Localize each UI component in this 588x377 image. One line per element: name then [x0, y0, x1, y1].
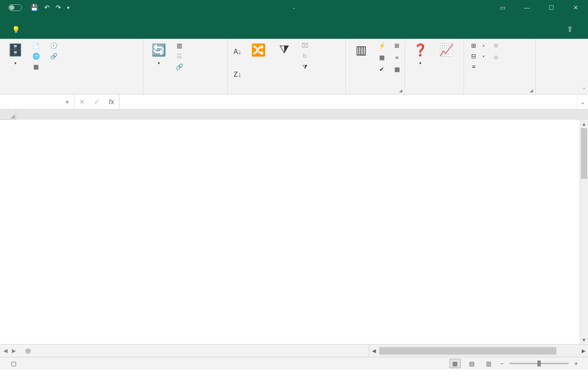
subtotal-button[interactable]: ≡: [467, 62, 487, 72]
name-box[interactable]: ▼: [0, 94, 74, 109]
forecast-sheet-button[interactable]: 📈: [434, 40, 458, 86]
subtotal-icon: ≡: [470, 63, 477, 70]
existing-connections-button[interactable]: 🔗: [47, 51, 62, 61]
relationships-button[interactable]: ∝: [391, 52, 403, 62]
scroll-up-icon[interactable]: ▲: [580, 120, 588, 128]
filter-button[interactable]: ⧩: [272, 40, 296, 86]
window-title: -: [291, 5, 297, 11]
qat-customize-icon[interactable]: ▾: [67, 5, 70, 11]
ribbon: 🗄️ ▾ 📄 🌐 ▦ 🕘 🔗 🔄 ▾ ▥ ☰ 🔗: [0, 39, 588, 94]
queries-connections-button[interactable]: ▥: [173, 40, 188, 51]
dialog-launcher-icon[interactable]: ◢: [398, 87, 404, 93]
query-icon: ▥: [175, 42, 183, 49]
tell-me[interactable]: 💡: [4, 22, 31, 39]
database-icon: 🗄️: [8, 42, 23, 57]
flash-icon: ⚡: [378, 42, 386, 49]
lightbulb-icon: 💡: [12, 26, 20, 34]
scroll-down-icon[interactable]: ▼: [580, 336, 588, 344]
chevron-down-icon[interactable]: ▼: [65, 100, 70, 105]
new-sheet-button[interactable]: ⊕: [19, 345, 36, 357]
sort-icon: 🔀: [251, 42, 266, 57]
zoom-slider[interactable]: [510, 363, 569, 364]
table-icon: ▦: [32, 63, 40, 70]
formula-input[interactable]: [119, 94, 577, 109]
data-validation-button[interactable]: ✔: [375, 64, 388, 74]
funnel-icon: ⧩: [277, 42, 292, 57]
clear-filter-button[interactable]: ⌧: [299, 40, 314, 51]
what-if-button[interactable]: ❓ ▾: [408, 40, 432, 86]
enter-formula-icon[interactable]: ✓: [92, 98, 102, 106]
select-all-button[interactable]: [0, 110, 16, 120]
ungroup-icon: ⊟: [470, 52, 477, 60]
scroll-right-icon[interactable]: ▶: [579, 348, 588, 354]
undo-icon[interactable]: ↶: [44, 4, 50, 11]
expand-formula-icon[interactable]: ⌄: [577, 94, 588, 109]
edit-links-button[interactable]: 🔗: [173, 62, 188, 72]
close-icon[interactable]: ✕: [564, 0, 588, 15]
page-layout-view-icon[interactable]: ▤: [467, 359, 477, 368]
scrollbar-thumb[interactable]: [379, 347, 556, 355]
reapply-icon: ↻: [301, 52, 309, 60]
ungroup-button[interactable]: ⊟▾: [467, 51, 487, 61]
macro-record-icon[interactable]: ▢: [11, 360, 16, 367]
connection-icon: 🔗: [50, 52, 57, 60]
sort-desc-icon: Z↓: [234, 71, 241, 78]
cancel-formula-icon[interactable]: ✕: [77, 98, 87, 106]
collapse-ribbon-icon[interactable]: ˄: [583, 87, 585, 93]
sort-desc-button[interactable]: Z↓: [231, 70, 244, 80]
minimize-icon[interactable]: ―: [515, 0, 539, 15]
properties-icon: ☰: [175, 52, 183, 60]
from-web-button[interactable]: 🌐: [30, 51, 45, 61]
zoom-knob[interactable]: [537, 361, 541, 366]
ribbon-options-icon[interactable]: ▭: [490, 0, 515, 15]
maximize-icon[interactable]: ☐: [539, 0, 564, 15]
sort-asc-button[interactable]: A↓: [231, 47, 244, 57]
horizontal-scrollbar[interactable]: ◀ ▶: [369, 345, 588, 357]
link-icon: 🔗: [175, 63, 183, 70]
page-break-view-icon[interactable]: ▥: [483, 359, 494, 368]
formula-bar: ▼ ✕ ✓ fx ⌄: [0, 94, 588, 110]
autosave-toggle[interactable]: [6, 4, 24, 11]
group-icon: ⊞: [470, 42, 477, 49]
redo-icon[interactable]: ↷: [56, 4, 61, 11]
get-data-button[interactable]: 🗄️ ▾: [3, 40, 27, 86]
data-model-button[interactable]: ▦: [391, 64, 403, 74]
zoom-in-icon[interactable]: +: [575, 360, 578, 367]
text-to-columns-button[interactable]: ▥: [349, 40, 373, 86]
sheet-nav-prev-icon[interactable]: ◀: [3, 347, 8, 354]
sheet-nav-next-icon[interactable]: ▶: [12, 347, 16, 354]
save-icon[interactable]: 💾: [30, 4, 38, 11]
vertical-scrollbar[interactable]: ▲ ▼: [580, 120, 588, 344]
scrollbar-thumb[interactable]: [581, 128, 587, 179]
properties-button[interactable]: ☰: [173, 51, 188, 61]
clear-icon: ⌧: [301, 42, 309, 49]
sort-button[interactable]: 🔀: [246, 40, 270, 86]
zoom-out-icon[interactable]: −: [500, 360, 504, 367]
dedup-icon: ▦: [378, 54, 386, 61]
consolidate-icon: ⊞: [393, 42, 401, 49]
hide-detail-button[interactable]: ⊖: [490, 52, 502, 62]
validation-icon: ✔: [378, 65, 386, 73]
normal-view-icon[interactable]: ▦: [450, 359, 461, 368]
consolidate-button[interactable]: ⊞: [391, 40, 403, 51]
group-button[interactable]: ⊞▾: [467, 40, 487, 51]
insert-function-icon[interactable]: fx: [106, 98, 116, 106]
refresh-all-button[interactable]: 🔄 ▾: [147, 40, 170, 86]
show-detail-button[interactable]: ⊕: [490, 40, 502, 51]
csv-icon: 📄: [32, 42, 40, 49]
from-text-csv-button[interactable]: 📄: [30, 40, 45, 51]
recent-sources-button[interactable]: 🕘: [47, 40, 62, 51]
dialog-launcher-icon[interactable]: ◢: [529, 87, 534, 93]
remove-duplicates-button[interactable]: ▦: [375, 52, 388, 62]
titlebar: 💾 ↶ ↷ ▾ - ▭ ― ☐ ✕: [0, 0, 588, 15]
web-icon: 🌐: [32, 52, 40, 60]
columns-icon: ▥: [353, 42, 369, 57]
scroll-left-icon[interactable]: ◀: [369, 348, 378, 354]
share-button[interactable]: ⇪: [559, 21, 584, 39]
flash-fill-button[interactable]: ⚡: [375, 40, 388, 51]
minus-icon: ⊖: [492, 54, 500, 61]
from-table-button[interactable]: ▦: [30, 62, 45, 72]
advanced-filter-button[interactable]: ⧩: [299, 62, 314, 72]
reapply-button[interactable]: ↻: [299, 51, 314, 61]
whatif-icon: ❓: [413, 42, 428, 57]
